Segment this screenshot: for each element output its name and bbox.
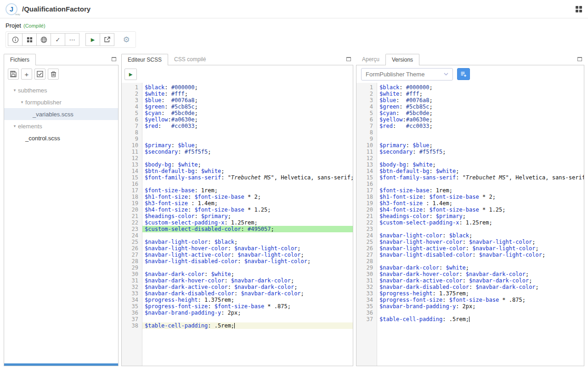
apps-grid-icon[interactable] — [575, 6, 582, 13]
info-button[interactable] — [8, 33, 23, 46]
code-line[interactable]: 34$progress-font-size: $font-size-base *… — [356, 297, 584, 303]
code-line[interactable]: 30$navbar-dark-hover-color: $navbar-dark… — [356, 271, 584, 277]
code-line[interactable]: 21$headings-color: $primary; — [122, 213, 353, 219]
publish-button[interactable] — [36, 33, 51, 46]
tab-apercu[interactable]: Aperçu — [356, 54, 385, 65]
code-line[interactable]: 22$custom-select-padding-x: 1.25rem; — [122, 219, 353, 226]
code-line[interactable]: 33$navbar-dark-disabled-color: $navbar-d… — [122, 290, 353, 297]
code-line[interactable]: 36 — [356, 310, 584, 316]
code-line[interactable]: 12 — [356, 155, 584, 161]
add-version-button[interactable] — [457, 68, 470, 80]
code-line[interactable]: 20$h4-font-size: $font-size-base * 1.25; — [356, 207, 584, 213]
code-line[interactable]: 26$navbar-light-hover-color: $navbar-lig… — [122, 245, 353, 252]
code-line[interactable]: 20$h4-font-size: $font-size-base * 1.25; — [122, 207, 353, 213]
code-line[interactable]: 32$navbar-dark-disabled-color: $navbar-d… — [356, 284, 584, 290]
compile-button[interactable]: ▶ — [124, 69, 137, 80]
code-line[interactable]: 17$font-size-base: 1rem; — [356, 187, 584, 194]
tab-css-compile[interactable]: CSS compilé — [168, 54, 212, 65]
code-line[interactable]: 24$navbar-light-color: $black; — [356, 232, 584, 239]
run-button[interactable]: ▶ — [85, 33, 100, 46]
tab-fichiers[interactable]: Fichiers — [4, 54, 36, 65]
code-line[interactable]: 15$font-family-sans-serif: "Trebuchet MS… — [122, 174, 353, 181]
code-line[interactable]: 27$navbar-light-disabled-color: $navbar-… — [356, 252, 584, 258]
code-line[interactable]: 7$red: #cc0033; — [122, 123, 353, 129]
code-line[interactable]: 17$font-size-base: 1rem; — [122, 187, 353, 194]
scss-editor-code[interactable]: 1$black: #000000;2$white: #fff;3$blue: #… — [122, 83, 353, 366]
code-line[interactable]: 28 — [356, 258, 584, 264]
settings-button[interactable]: ⚙ — [119, 33, 134, 46]
more-button[interactable]: ⋯ — [65, 33, 79, 46]
add-file-button[interactable]: + — [21, 69, 32, 80]
code-line[interactable]: 2$white: #fff; — [122, 91, 353, 97]
code-line[interactable]: 11$secondary: #f5f5f5; — [122, 149, 353, 155]
tree-item--control-scss[interactable]: _control.scss — [4, 132, 118, 144]
code-line[interactable]: 37$table-cell-padding: .5rem; — [356, 316, 584, 322]
open-external-button[interactable] — [100, 33, 114, 46]
code-line[interactable]: 29 — [122, 264, 353, 271]
code-line[interactable]: 26$navbar-light-active-color: $navbar-li… — [356, 245, 584, 252]
code-line[interactable]: 8 — [356, 129, 584, 136]
code-line[interactable]: 16 — [122, 181, 353, 187]
code-line[interactable]: 36$navbar-brand-padding-y: 2px; — [122, 310, 353, 316]
tab-versions[interactable]: Versions — [385, 54, 419, 65]
code-line[interactable]: 31$navbar-dark-active-color: $navbar-dar… — [356, 277, 584, 284]
code-line[interactable]: 3$blue: #0076a8; — [122, 97, 353, 104]
code-line[interactable]: 14$btn-default-bg: $white; — [122, 168, 353, 174]
tree-item--variables-scss[interactable]: _variables.scss — [4, 108, 118, 120]
tree-item-formpublisher[interactable]: ▾formpublisher — [4, 96, 118, 108]
tree-item-elements[interactable]: ▾elements — [4, 120, 118, 132]
code-line[interactable]: 23 — [356, 226, 584, 232]
save-all-button[interactable] — [34, 69, 45, 80]
horizontal-scrollbar[interactable] — [4, 363, 118, 366]
code-line[interactable]: 8 — [122, 129, 353, 136]
modules-button[interactable] — [22, 33, 37, 46]
code-line[interactable]: 27$navbar-light-active-color: $navbar-li… — [122, 252, 353, 258]
caret-down-icon[interactable]: ▾ — [11, 88, 18, 92]
code-line[interactable]: 34$progress-height: 1.375rem; — [122, 297, 353, 303]
maximize-icon[interactable] — [112, 57, 116, 61]
tree-item-subthemes[interactable]: ▾subthemes — [4, 84, 118, 96]
code-line[interactable]: 35$progress-font-size: $font-size-base *… — [122, 303, 353, 310]
code-line[interactable]: 30$navbar-dark-color: $white; — [122, 271, 353, 277]
code-line[interactable]: 11$secondary: #f5f5f5; — [356, 149, 584, 155]
code-line[interactable]: 7$red: #cc0033; — [356, 123, 584, 129]
code-line[interactable]: 21$headings-color: $primary; — [356, 213, 584, 219]
code-line[interactable]: 6$yellow:#a0630e; — [122, 116, 353, 123]
code-line[interactable]: 18$h1-font-size: $font-size-base * 2; — [356, 194, 584, 200]
code-line[interactable]: 13$body-bg: $white; — [122, 161, 353, 168]
code-line[interactable]: 28$navbar-light-disabled-color: $navbar-… — [122, 258, 353, 264]
code-line[interactable]: 6$yellow:#a0630e; — [356, 116, 584, 123]
code-line[interactable]: 9 — [356, 136, 584, 142]
code-line[interactable]: 32$navbar-dark-active-color: $navbar-dar… — [122, 284, 353, 290]
code-line[interactable]: 37 — [122, 316, 353, 322]
code-line[interactable]: 25$navbar-light-color: $black; — [122, 239, 353, 245]
delete-file-button[interactable] — [48, 69, 59, 80]
code-line[interactable]: 5$cyan: #5bc0de; — [122, 110, 353, 116]
versions-code[interactable]: 1$black: #000000;2$white: #fff;3$blue: #… — [356, 83, 584, 366]
code-line[interactable]: 9 — [122, 136, 353, 142]
code-line[interactable]: 19$h3-font-size : 1.4em; — [122, 200, 353, 207]
maximize-icon[interactable] — [346, 57, 351, 61]
code-line[interactable]: 25$navbar-light-hover-color: $navbar-lig… — [356, 239, 584, 245]
code-line[interactable]: 13$body-bg: $white; — [356, 161, 584, 168]
code-line[interactable]: 15$font-family-sans-serif: "Trebuchet MS… — [356, 174, 584, 181]
code-line[interactable]: 35$navbar-brand-padding-y: 2px; — [356, 303, 584, 310]
code-line[interactable]: 1$black: #000000; — [356, 84, 584, 91]
code-line[interactable]: 24 — [122, 232, 353, 239]
code-line[interactable]: 4$green: #5cb85c; — [122, 104, 353, 110]
caret-down-icon[interactable]: ▾ — [19, 100, 25, 104]
code-line[interactable]: 1$black: #000000; — [122, 84, 353, 91]
code-line[interactable]: 29$navbar-dark-color: $white; — [356, 264, 584, 271]
code-line[interactable]: 38$table-cell-padding: .5rem; — [122, 322, 353, 329]
code-line[interactable]: 31$navbar-dark-hover-color: $navbar-dark… — [122, 277, 353, 284]
tab-editeur-scss[interactable]: Editeur SCSS — [121, 54, 168, 65]
code-line[interactable]: 16 — [356, 181, 584, 187]
code-line[interactable]: 5$cyan: #5bc0de; — [356, 110, 584, 116]
code-line[interactable]: 19$h3-font-size : 1.4em; — [356, 200, 584, 207]
save-file-button[interactable] — [8, 69, 19, 80]
theme-select[interactable]: FormPublisher Theme — [361, 68, 453, 80]
code-line[interactable]: 33$progress-height: 1.375rem; — [356, 290, 584, 297]
validate-button[interactable]: ✓ — [51, 33, 65, 46]
code-line[interactable]: 18$h1-font-size: $font-size-base * 2; — [122, 194, 353, 200]
code-line[interactable]: 10$primary: $blue; — [122, 142, 353, 149]
